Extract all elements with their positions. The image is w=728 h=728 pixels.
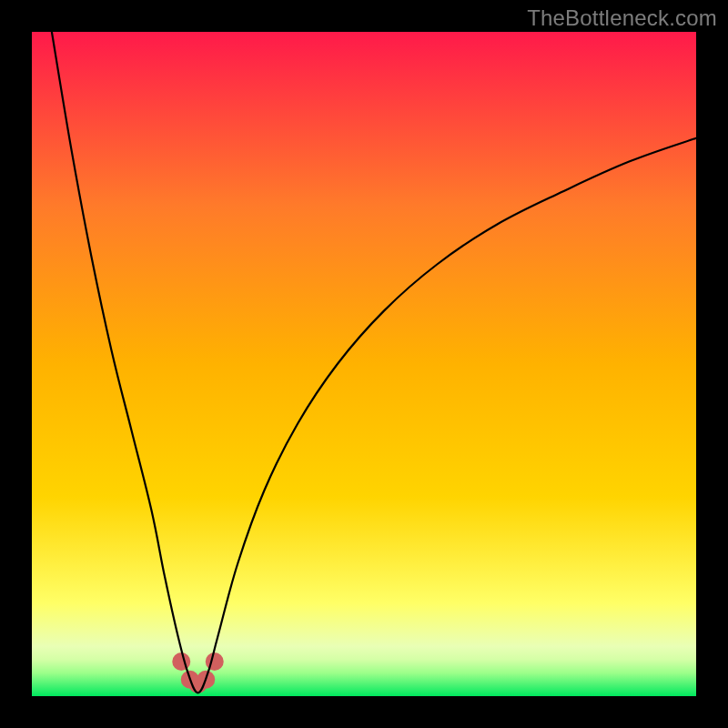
- highlight-dot: [172, 652, 190, 671]
- chart-svg: [32, 32, 696, 696]
- chart-frame: TheBottleneck.com: [0, 0, 728, 728]
- watermark-text: TheBottleneck.com: [527, 5, 717, 31]
- highlight-dot: [206, 652, 224, 671]
- plot-area: [32, 32, 696, 696]
- gradient-background: [32, 32, 696, 696]
